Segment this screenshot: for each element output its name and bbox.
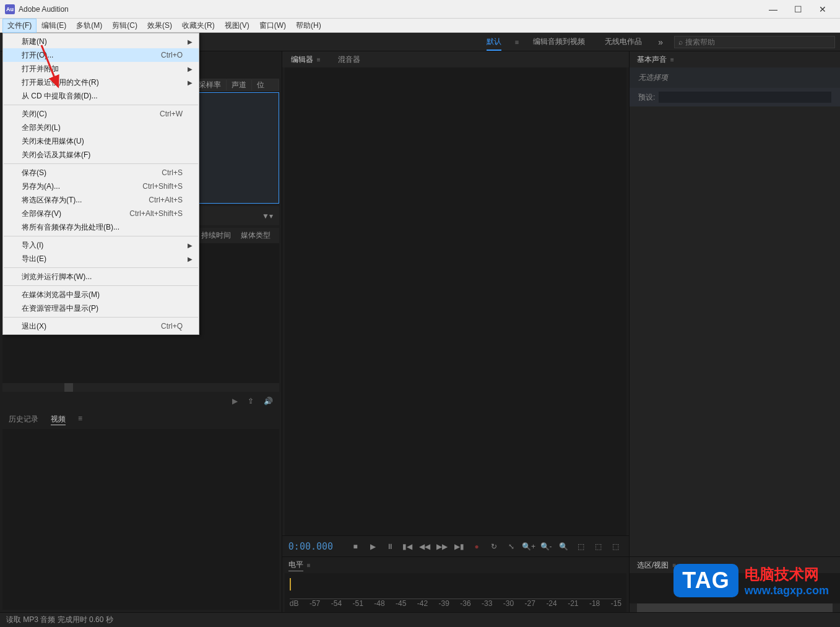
menu-help[interactable]: 帮助(H) (291, 19, 326, 33)
menu-open-append[interactable]: 打开并附加▶ (3, 62, 199, 76)
next-button[interactable]: ▶▮ (452, 539, 467, 554)
menu-save-selection[interactable]: 将选区保存为(T)...Ctrl+Alt+S (3, 193, 199, 207)
menu-multitrack[interactable]: 多轨(M) (71, 19, 107, 33)
zoom-in-icon[interactable]: 🔍+ (521, 539, 536, 554)
menu-edit[interactable]: 编辑(E) (37, 19, 71, 33)
loop-playback-button[interactable]: ↻ (487, 539, 501, 554)
workspace-edit-av[interactable]: 编辑音频到视频 (523, 33, 595, 51)
menu-clip[interactable]: 剪辑(C) (107, 19, 142, 33)
menu-close-session[interactable]: 关闭会话及其媒体(F) (3, 148, 199, 162)
autoplay-icon[interactable]: 🔊 (264, 397, 273, 405)
status-text: 读取 MP3 音频 完成用时 0.60 秒 (6, 615, 113, 625)
menu-export[interactable]: 导出(E)▶ (3, 252, 199, 266)
menu-scripts[interactable]: 浏览并运行脚本(W)... (3, 270, 199, 283)
workspace-default[interactable]: 默认 (477, 33, 511, 51)
level-panel: 电平 ≡ dB-57-54-51-48-45-42-39-36-33-30-27… (282, 556, 629, 612)
history-video-tabs: 历史记录 视频 ≡ (0, 410, 282, 429)
col-bits[interactable]: 位 (252, 80, 279, 90)
media-footer: ▶ ⇪ 🔊 (0, 392, 282, 410)
skip-selection-button[interactable]: ⤡ (504, 539, 519, 554)
minimize-button[interactable]: — (761, 1, 786, 17)
menu-effects[interactable]: 效果(S) (142, 19, 177, 33)
menu-favorites[interactable]: 收藏夹(R) (177, 19, 220, 33)
editor-canvas[interactable] (285, 67, 626, 535)
level-panel-tab[interactable]: 电平 ≡ (282, 557, 629, 573)
col-media-type[interactable]: 媒体类型 (236, 230, 275, 241)
play-icon[interactable]: ▶ (232, 397, 238, 405)
loop-icon[interactable]: ⇪ (248, 397, 254, 405)
transport-bar: 0:00.000 ■ ▶ ⏸ ▮◀ ◀◀ ▶▶ ▶▮ ● ↻ ⤡ 🔍+ 🔍- 🔍… (282, 535, 629, 556)
preset-dropdown[interactable] (659, 92, 831, 103)
timecode-display[interactable]: 0:00.000 (288, 541, 333, 552)
app-title: Adobe Audition (19, 5, 761, 14)
stop-button[interactable]: ■ (348, 539, 363, 554)
menu-reveal-media[interactable]: 在媒体浏览器中显示(M) (3, 288, 199, 301)
menu-close-all[interactable]: 全部关闭(L) (3, 121, 199, 134)
level-indicator (290, 578, 291, 590)
zoom-out-point-icon[interactable]: ⬚ (608, 539, 623, 554)
menu-reveal-explorer[interactable]: 在资源管理器中显示(P) (3, 301, 199, 315)
tab-mixer[interactable]: 混音器 (338, 54, 360, 65)
preset-row: 预设: (630, 88, 840, 106)
watermark-en: www.tagxp.com (745, 584, 829, 597)
menu-save-batch[interactable]: 将所有音频保存为批处理(B)... (3, 220, 199, 234)
workspace-radio[interactable]: 无线电作品 (595, 33, 652, 51)
media-hscrollbar[interactable] (2, 383, 279, 392)
search-icon: ⌕ (678, 38, 683, 46)
menu-save-all[interactable]: 全部保存(V)Ctrl+Alt+Shift+S (3, 207, 199, 220)
menu-window[interactable]: 窗口(W) (254, 19, 291, 33)
right-column: 基本声音 ≡ 无选择项 预设: 选区/视图 ≡ (629, 51, 840, 612)
filter-icon[interactable]: ▼▾ (262, 212, 273, 220)
file-menu-dropdown: 新建(N)▶ 打开(O)...Ctrl+O 打开并附加▶ 打开最近使用的文件(R… (2, 33, 199, 335)
menu-close-unused[interactable]: 关闭未使用媒体(U) (3, 134, 199, 148)
zoom-out-icon[interactable]: 🔍- (539, 539, 553, 554)
workspace-default-menu-icon[interactable]: ≡ (511, 38, 523, 46)
workspace-more-icon[interactable]: » (652, 37, 669, 47)
forward-button[interactable]: ▶▶ (435, 539, 449, 554)
menu-extract-cd[interactable]: 从 CD 中提取音频(D)... (3, 89, 199, 103)
no-selection-label: 无选择项 (630, 67, 840, 88)
search-help[interactable]: ⌕ (674, 36, 835, 48)
menu-exit[interactable]: 退出(X)Ctrl+Q (3, 319, 199, 333)
search-input[interactable] (685, 38, 831, 46)
menu-close[interactable]: 关闭(C)Ctrl+W (3, 107, 199, 121)
menu-new[interactable]: 新建(N)▶ (3, 35, 199, 48)
menu-view[interactable]: 视图(V) (220, 19, 254, 33)
essential-sound-body (630, 106, 840, 556)
maximize-button[interactable]: ☐ (786, 1, 810, 17)
selection-view-hscrollbar[interactable] (630, 603, 840, 612)
menu-file[interactable]: 文件(F) (2, 19, 37, 33)
essential-sound-tab[interactable]: 基本声音 ≡ (630, 51, 840, 67)
close-button[interactable]: ✕ (810, 1, 835, 17)
zoom-in-point-icon[interactable]: ⬚ (591, 539, 605, 554)
menu-open-recent[interactable]: 打开最近使用的文件(R)▶ (3, 76, 199, 89)
tab-video[interactable]: 视频 (51, 414, 66, 425)
status-bar: 读取 MP3 音频 完成用时 0.60 秒 (0, 612, 840, 627)
level-panel-menu-icon[interactable]: ≡ (307, 562, 311, 569)
zoom-controls: 🔍+ 🔍- 🔍 ⬚ ⬚ ⬚ (521, 539, 623, 554)
essential-sound-menu-icon[interactable]: ≡ (670, 56, 674, 63)
pause-button[interactable]: ⏸ (383, 539, 397, 554)
menu-import[interactable]: 导入(I)▶ (3, 238, 199, 252)
video-panel (2, 429, 279, 610)
history-panel-menu-icon[interactable]: ≡ (78, 414, 82, 425)
menu-save[interactable]: 保存(S)Ctrl+S (3, 166, 199, 179)
menu-save-as[interactable]: 另存为(A)...Ctrl+Shift+S (3, 179, 199, 193)
play-button[interactable]: ▶ (365, 539, 380, 554)
col-channels[interactable]: 声道 (227, 80, 252, 90)
level-ruler: dB-57-54-51-48-45-42-39-36-33-30-27-24-2… (290, 599, 621, 610)
app-icon: Au (5, 4, 15, 14)
col-duration[interactable]: 持续时间 (196, 230, 236, 241)
preset-label: 预设: (638, 92, 655, 103)
zoom-full-icon[interactable]: 🔍 (556, 539, 571, 554)
watermark-logo: TAG (673, 564, 738, 597)
tab-history[interactable]: 历史记录 (9, 414, 38, 425)
editor-tabs: 编辑器≡ 混音器 (282, 51, 629, 67)
menu-open[interactable]: 打开(O)...Ctrl+O (3, 48, 199, 62)
prev-button[interactable]: ▮◀ (400, 539, 415, 554)
record-button[interactable]: ● (469, 539, 484, 554)
center-column: 编辑器≡ 混音器 0:00.000 ■ ▶ ⏸ ▮◀ ◀◀ ▶▶ ▶▮ ● ↻ … (282, 51, 629, 612)
zoom-selection-icon[interactable]: ⬚ (573, 539, 588, 554)
rewind-button[interactable]: ◀◀ (417, 539, 432, 554)
tab-editor[interactable]: 编辑器≡ (291, 54, 321, 65)
